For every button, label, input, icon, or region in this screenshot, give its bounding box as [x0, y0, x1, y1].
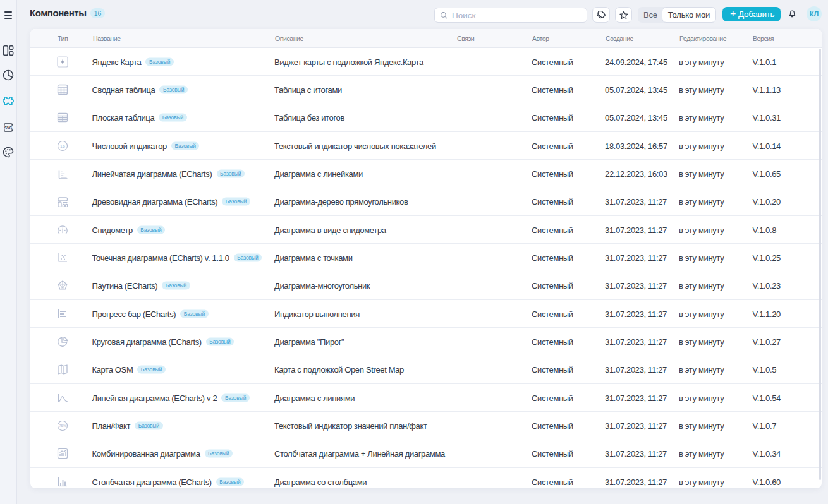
svg-text:SVG: SVG: [4, 126, 13, 130]
svg-text:16: 16: [60, 143, 65, 148]
svg-text:75%: 75%: [59, 424, 66, 428]
